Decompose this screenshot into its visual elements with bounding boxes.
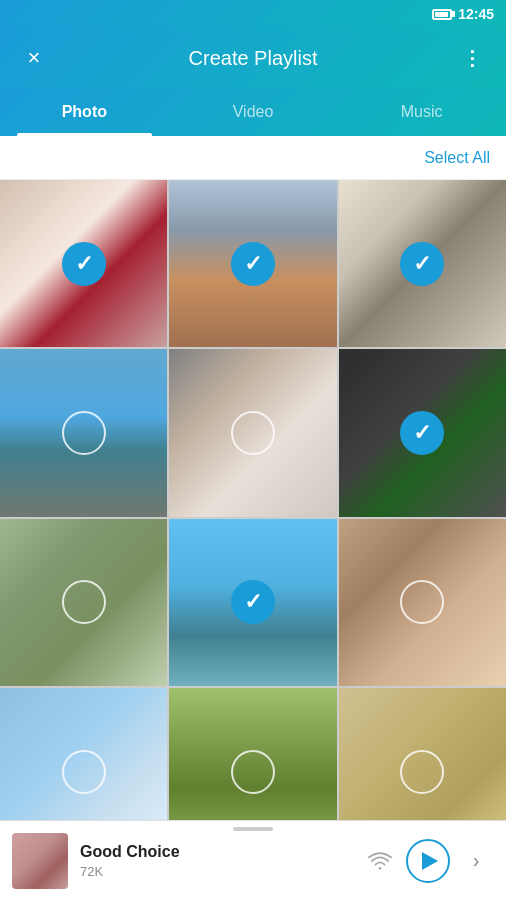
- check-circle-9: [400, 580, 444, 624]
- next-icon: ›: [473, 849, 480, 872]
- check-circle-1: ✓: [62, 242, 106, 286]
- drag-handle: [233, 827, 273, 831]
- check-circle-2: ✓: [231, 242, 275, 286]
- checkmark-3: ✓: [413, 251, 431, 277]
- track-thumbnail: [12, 833, 68, 889]
- wireless-button[interactable]: [362, 843, 398, 879]
- check-circle-12: [400, 750, 444, 794]
- check-overlay-5: [169, 349, 336, 516]
- status-bar: 12:45: [0, 0, 506, 28]
- check-circle-3: ✓: [400, 242, 444, 286]
- check-overlay-1: ✓: [0, 180, 167, 347]
- bottom-player-bar: Good Choice 72K ›: [0, 820, 506, 900]
- check-overlay-2: ✓: [169, 180, 336, 347]
- more-menu-button[interactable]: ⋮: [454, 40, 490, 76]
- photo-cell-1[interactable]: ✓: [0, 180, 167, 347]
- check-overlay-6: ✓: [339, 349, 506, 516]
- play-button[interactable]: [406, 839, 450, 883]
- check-circle-5: [231, 411, 275, 455]
- status-time: 12:45: [458, 6, 494, 22]
- player-controls: ›: [362, 839, 494, 883]
- check-overlay-8: ✓: [169, 519, 336, 686]
- battery-icon: [432, 9, 452, 20]
- check-overlay-4: [0, 349, 167, 516]
- tab-bar: Photo Video Music: [0, 88, 506, 136]
- checkmark-8: ✓: [244, 589, 262, 615]
- select-all-bar: Select All: [0, 136, 506, 180]
- next-button[interactable]: ›: [458, 843, 494, 879]
- close-button[interactable]: ×: [16, 40, 52, 76]
- photo-cell-7[interactable]: [0, 519, 167, 686]
- check-circle-11: [231, 750, 275, 794]
- photo-cell-3[interactable]: ✓: [339, 180, 506, 347]
- photo-cell-9[interactable]: [339, 519, 506, 686]
- photo-cell-5[interactable]: [169, 349, 336, 516]
- check-circle-6: ✓: [400, 411, 444, 455]
- check-circle-8: ✓: [231, 580, 275, 624]
- photo-cell-4[interactable]: [0, 349, 167, 516]
- track-size: 72K: [80, 864, 350, 879]
- photo-grid: ✓✓✓✓✓: [0, 180, 506, 855]
- header-title: Create Playlist: [189, 47, 318, 70]
- check-overlay-3: ✓: [339, 180, 506, 347]
- tab-photo[interactable]: Photo: [0, 88, 169, 136]
- track-title: Good Choice: [80, 843, 350, 861]
- photo-cell-8[interactable]: ✓: [169, 519, 336, 686]
- check-overlay-9: [339, 519, 506, 686]
- photo-cell-6[interactable]: ✓: [339, 349, 506, 516]
- play-icon: [422, 852, 438, 870]
- tab-music[interactable]: Music: [337, 88, 506, 136]
- checkmark-1: ✓: [75, 251, 93, 277]
- app-header: × Create Playlist ⋮: [0, 28, 506, 88]
- tab-video[interactable]: Video: [169, 88, 338, 136]
- select-all-button[interactable]: Select All: [424, 149, 490, 167]
- photo-cell-2[interactable]: ✓: [169, 180, 336, 347]
- check-circle-7: [62, 580, 106, 624]
- check-circle-10: [62, 750, 106, 794]
- checkmark-6: ✓: [413, 420, 431, 446]
- check-overlay-7: [0, 519, 167, 686]
- track-info: Good Choice 72K: [68, 843, 362, 879]
- checkmark-2: ✓: [244, 251, 262, 277]
- check-circle-4: [62, 411, 106, 455]
